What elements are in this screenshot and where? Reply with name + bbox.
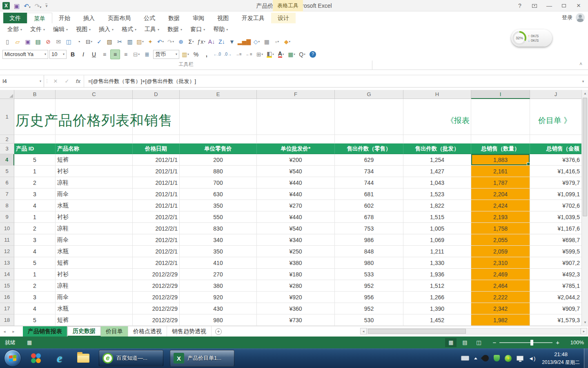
sheet-tab-4[interactable]: 销售趋势透视 xyxy=(167,326,212,337)
cell-r5-c3[interactable]: 880 xyxy=(180,166,257,177)
cell-r13-c5[interactable]: 980 xyxy=(335,257,403,269)
cell-r6-c4[interactable]: ¥440 xyxy=(257,177,335,188)
chevron-down-icon[interactable]: ▾ xyxy=(294,53,295,56)
insert-function-icon[interactable]: fx xyxy=(73,75,84,87)
cell-r10-c6[interactable]: 1,005 xyxy=(403,223,471,234)
empty-cell[interactable] xyxy=(335,135,403,144)
chevron-down-icon[interactable]: ▾ xyxy=(163,40,164,43)
excel-app-icon[interactable]: X xyxy=(2,2,10,9)
horizontal-scroll-track[interactable] xyxy=(367,328,581,334)
borders-icon[interactable]: ⊞▾ xyxy=(255,49,265,59)
column-header-G[interactable]: G xyxy=(335,90,403,99)
horizontal-scrollbar[interactable]: ◂ ▸ xyxy=(360,326,587,336)
empty-cell[interactable] xyxy=(14,99,56,135)
scroll-up-icon[interactable]: ▲ xyxy=(582,90,588,97)
menu-item-2[interactable]: 编辑▾ xyxy=(50,25,71,34)
new-sheet-button[interactable]: + xyxy=(212,326,225,337)
cell-r13-c3[interactable]: 410 xyxy=(180,257,257,269)
format-as-table-icon[interactable]: ▦▾ xyxy=(287,49,296,59)
shapes-icon[interactable]: ◇▾ xyxy=(252,37,261,47)
cell-r16-c0[interactable]: 3 xyxy=(14,292,56,303)
keyboard-tray-icon[interactable] xyxy=(461,356,469,361)
cell-r17-c8[interactable]: ¥909,7 xyxy=(530,303,581,314)
network-tray-icon[interactable] xyxy=(517,356,523,361)
table-header-cell-1[interactable]: 产品名称 xyxy=(56,144,133,154)
page-layout-view-icon[interactable]: ▤ xyxy=(459,338,470,347)
cell-r9-c7[interactable]: 2,193 xyxy=(471,211,530,223)
tab-design[interactable]: 设计 xyxy=(271,13,296,23)
show-hidden-icons[interactable] xyxy=(474,357,477,359)
cell-r4-c4[interactable]: ¥200 xyxy=(257,154,335,166)
cell-r7-c8[interactable]: ¥1,099,1 xyxy=(530,188,581,200)
row-header-14[interactable]: 14 xyxy=(0,269,14,280)
cell-r8-c3[interactable]: 350 xyxy=(180,200,257,211)
cell-r12-c8[interactable]: ¥599,5 xyxy=(530,246,581,257)
cell-r4-c7[interactable]: 1,883 xyxy=(471,154,530,166)
new-file-icon[interactable]: ▯ xyxy=(2,37,12,47)
italic-icon[interactable]: I xyxy=(78,49,88,59)
cell-r5-c7[interactable]: 2,161 xyxy=(471,166,530,177)
alert-icon[interactable]: ◆▾ xyxy=(282,37,292,47)
cell-r8-c8[interactable]: ¥702,6 xyxy=(530,200,581,211)
cell-r10-c2[interactable]: 2012/2/1 xyxy=(133,223,180,234)
cell-r16-c8[interactable]: ¥2,044,2 xyxy=(530,292,581,303)
row-header-4[interactable]: 4 xyxy=(0,154,14,166)
cell-r10-c7[interactable]: 1,758 xyxy=(471,223,530,234)
column-header-D[interactable]: D xyxy=(133,90,180,99)
chevron-down-icon[interactable]: ▾ xyxy=(187,53,189,56)
tab-ribbon-2[interactable]: 插入 xyxy=(77,13,101,23)
chevron-down-icon[interactable]: ▾ xyxy=(272,53,274,56)
table-header-cell-8[interactable]: 总销售（金额 xyxy=(530,144,581,154)
cell-r14-c0[interactable]: 1 xyxy=(14,269,56,280)
table-header-cell-2[interactable]: 价格日期 xyxy=(133,144,180,154)
cell-r7-c4[interactable]: ¥440 xyxy=(257,188,335,200)
menu-item-7[interactable]: 数据▾ xyxy=(164,25,185,34)
sheet-tab-2[interactable]: 价目单 xyxy=(101,326,128,337)
empty-cell[interactable] xyxy=(14,135,56,144)
cell-r5-c5[interactable]: 734 xyxy=(335,166,403,177)
enter-icon[interactable]: ✓ xyxy=(61,75,73,87)
row-header-10[interactable]: 10 xyxy=(0,223,14,234)
cell-r9-c8[interactable]: ¥1,039,5 xyxy=(530,211,581,223)
table-header-cell-7[interactable]: 总销售（数量） xyxy=(471,144,530,154)
cell-r16-c2[interactable]: 2012/2/29 xyxy=(133,292,180,303)
font-color-icon[interactable]: A▾ xyxy=(276,49,286,59)
column-header-E[interactable]: E xyxy=(180,90,257,99)
menu-item-9[interactable]: 帮助▾ xyxy=(210,25,231,34)
cell-r7-c6[interactable]: 1,523 xyxy=(403,188,471,200)
page-break-view-icon[interactable]: ◫ xyxy=(473,338,484,347)
cell-r11-c4[interactable]: ¥340 xyxy=(257,234,335,246)
empty-cell[interactable] xyxy=(471,135,530,144)
decrease-indent-icon[interactable]: ←≡ xyxy=(244,49,254,59)
cell-r11-c3[interactable]: 340 xyxy=(180,234,257,246)
zoom-slider[interactable] xyxy=(499,342,552,343)
menu-item-3[interactable]: 视图▾ xyxy=(73,25,94,34)
font-size-select[interactable]: 10▾ xyxy=(49,50,67,59)
cell-r9-c2[interactable]: 2012/2/1 xyxy=(133,211,180,223)
bold-icon[interactable]: B xyxy=(68,49,78,59)
empty-cell[interactable] xyxy=(56,135,133,144)
cell-r17-c0[interactable]: 4 xyxy=(14,303,56,314)
cell-r4-c6[interactable]: 1,254 xyxy=(403,154,471,166)
help-icon[interactable]: ? xyxy=(514,1,526,11)
attachment-icon[interactable]: ✉ xyxy=(53,37,63,47)
empty-cell[interactable] xyxy=(471,99,530,135)
cell-r18-c7[interactable]: 1,982 xyxy=(471,314,530,326)
cell-r10-c8[interactable]: ¥1,167,6 xyxy=(530,223,581,234)
cell-r4-c3[interactable]: 200 xyxy=(180,154,257,166)
security-shield-tray-icon[interactable] xyxy=(494,355,500,361)
tab-ribbon-3[interactable]: 页面布局 xyxy=(101,13,137,23)
empty-cell[interactable] xyxy=(257,135,335,144)
wrap-text-icon[interactable]: ≣ xyxy=(142,49,152,59)
cell-r9-c1[interactable]: 衬衫 xyxy=(56,211,133,223)
cell-r9-c6[interactable]: 1,515 xyxy=(403,211,471,223)
empty-cell[interactable] xyxy=(257,99,335,135)
cell-r17-c7[interactable]: 2,342 xyxy=(471,303,530,314)
row-header-2[interactable]: 2 xyxy=(0,135,14,144)
cell-r15-c6[interactable]: 1,512 xyxy=(403,280,471,292)
cell-r8-c6[interactable]: 1,822 xyxy=(403,200,471,211)
menu-item-6[interactable]: 工具▾ xyxy=(141,25,163,34)
cell-r10-c0[interactable]: 2 xyxy=(14,223,56,234)
row-header-7[interactable]: 7 xyxy=(0,188,14,200)
cell-r11-c7[interactable]: 2,055 xyxy=(471,234,530,246)
